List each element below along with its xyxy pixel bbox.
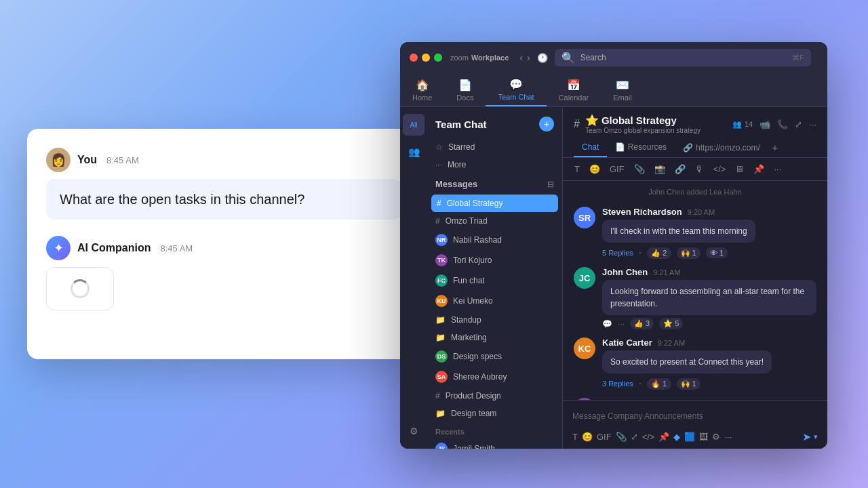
- input-img-icon[interactable]: 🖼: [699, 432, 708, 442]
- reaction-clap[interactable]: 🙌 1: [677, 247, 701, 259]
- channel-item-design-team[interactable]: 📁 Design team: [427, 405, 562, 422]
- message-group-steven: SR Steven Richardson 9:20 AM I'll check …: [574, 207, 816, 259]
- channel-item-jamil-smith[interactable]: JS Jamil Smith: [427, 439, 562, 449]
- user-name: You: [77, 154, 97, 166]
- input-expand-icon[interactable]: ⤢: [631, 432, 638, 442]
- filter-icon[interactable]: ⊟: [547, 180, 554, 189]
- channel-more[interactable]: ··· More: [427, 156, 562, 174]
- add-tab-button[interactable]: +: [768, 142, 782, 153]
- reaction-fire-katie[interactable]: 🔥 1: [647, 378, 671, 390]
- screen-icon[interactable]: 🖥: [733, 162, 746, 176]
- channel-label: Standup: [451, 315, 481, 325]
- channel-item-nabil-rashad[interactable]: NR Nabil Rashad: [427, 230, 562, 250]
- link-icon: 🔗: [683, 143, 693, 152]
- msg-time-katie: 9:22 AM: [658, 339, 685, 347]
- back-arrow[interactable]: ‹: [519, 52, 523, 63]
- sidebar-all-icon[interactable]: All: [403, 114, 425, 136]
- sidebar-dms-icon[interactable]: 👥: [403, 141, 425, 163]
- chat-input-placeholder[interactable]: Message Company Announcements: [572, 406, 818, 426]
- more-options-icon[interactable]: ···: [809, 119, 816, 129]
- input-app-icon[interactable]: 🟦: [684, 432, 695, 442]
- channel-item-sheree-aubrey[interactable]: SA Sheree Aubrey: [427, 367, 562, 387]
- reaction-star[interactable]: ⭐ 5: [659, 318, 683, 329]
- msg-author-steven: Steven Richardson: [602, 207, 682, 217]
- chat-title: # ⭐ Global Strategy Team Omzo global exp…: [574, 114, 701, 134]
- nav-team-chat[interactable]: 💬 Team Chat: [486, 73, 546, 106]
- tab-chat[interactable]: Chat: [574, 138, 607, 157]
- audio-icon[interactable]: 🎙: [693, 162, 706, 176]
- close-button[interactable]: [410, 54, 418, 62]
- docs-icon: 📄: [458, 79, 472, 92]
- msg-author-john: John Chen: [602, 267, 648, 277]
- channel-item-omzo-triad[interactable]: # Omzo Triad: [427, 212, 562, 230]
- attachment-icon[interactable]: 📎: [632, 162, 647, 176]
- code-icon[interactable]: </>: [711, 162, 728, 176]
- channel-list-scroll[interactable]: # Global Strategy # Omzo Triad NR Nabil …: [427, 195, 562, 449]
- input-blue-icon[interactable]: ◆: [673, 432, 680, 442]
- loading-spinner: [71, 279, 90, 298]
- video-icon[interactable]: 📹: [760, 119, 770, 129]
- input-pin-icon[interactable]: 📌: [658, 432, 669, 442]
- emoji-icon[interactable]: 😊: [587, 162, 602, 176]
- search-bar[interactable]: 🔍 Search ⌘F: [555, 49, 811, 66]
- channel-item-kei-umeko[interactable]: KU Kei Umeko: [427, 291, 562, 311]
- send-icon[interactable]: ➤: [802, 430, 811, 443]
- nav-docs[interactable]: 📄 Docs: [444, 73, 486, 106]
- input-emoji-icon[interactable]: 😊: [582, 432, 593, 442]
- channel-item-product-design[interactable]: # Product Design: [427, 387, 562, 405]
- msg-actions-john: 💬 ··· 👍 3 ⭐ 5: [602, 318, 816, 329]
- channel-starred[interactable]: ☆ Starred: [427, 138, 562, 156]
- phone-icon[interactable]: 📞: [777, 119, 788, 129]
- text-format-icon[interactable]: T: [572, 162, 582, 176]
- channel-item-standup[interactable]: 📁 Standup: [427, 311, 562, 329]
- send-button-group: ➤ ▾: [802, 430, 818, 443]
- tab-resources[interactable]: 📄 Resources: [607, 138, 675, 157]
- reaction-fire[interactable]: 👍 3: [630, 318, 654, 329]
- members-count-value: 14: [745, 120, 753, 128]
- dot-sep: ·: [639, 378, 642, 390]
- channel-item-design-specs[interactable]: DS Design specs: [427, 346, 562, 367]
- more-tools-icon[interactable]: ···: [772, 162, 783, 176]
- minimize-button[interactable]: [422, 54, 430, 62]
- messages-section-header: Messages ⊟: [427, 174, 562, 195]
- nav-docs-label: Docs: [456, 94, 473, 102]
- tab-link[interactable]: 🔗 https://omzo.com/: [675, 139, 768, 157]
- history-icon[interactable]: 🕐: [537, 53, 548, 63]
- input-text-icon[interactable]: T: [572, 432, 578, 442]
- messages-area[interactable]: SR Steven Richardson 9:20 AM I'll check …: [563, 200, 827, 400]
- nav-email[interactable]: ✉️ Email: [601, 73, 644, 106]
- email-icon: ✉️: [616, 79, 629, 92]
- channel-item-tori-kojuro[interactable]: TK Tori Kojuro: [427, 250, 562, 270]
- expand-icon[interactable]: ⤢: [795, 119, 802, 129]
- msg-content-katie: Katie Carter 9:22 AM So excited to prese…: [602, 338, 816, 390]
- replies-steven[interactable]: 5 Replies: [602, 249, 633, 257]
- input-gif-icon[interactable]: GIF: [597, 432, 612, 442]
- action-more[interactable]: ···: [618, 319, 625, 329]
- pin-icon[interactable]: 📌: [751, 162, 766, 176]
- input-code-icon[interactable]: </>: [642, 432, 655, 442]
- channel-item-global-strategy[interactable]: # Global Strategy: [431, 195, 558, 212]
- maximize-button[interactable]: [434, 54, 442, 62]
- replies-katie[interactable]: 3 Replies: [602, 380, 633, 388]
- add-channel-button[interactable]: +: [539, 117, 554, 131]
- reaction-clap-katie[interactable]: 🙌 1: [677, 378, 701, 390]
- nav-calendar[interactable]: 📅 Calendar: [547, 73, 601, 106]
- reaction-eye[interactable]: 👁 1: [706, 247, 728, 258]
- send-dropdown[interactable]: ▾: [814, 432, 818, 441]
- action-comment[interactable]: 💬: [602, 319, 612, 329]
- sidebar-settings-icon[interactable]: ⚙: [403, 420, 425, 442]
- screenshot-icon[interactable]: 📸: [652, 162, 667, 176]
- forward-arrow[interactable]: ›: [527, 52, 530, 63]
- reaction-thumbs[interactable]: 👍 2: [647, 247, 671, 259]
- zoom-app-window: zoom Workplace ‹ › 🕐 🔍 Search ⌘F 🏠 Home …: [400, 42, 827, 449]
- title-bar: zoom Workplace ‹ › 🕐 🔍 Search ⌘F: [400, 42, 827, 73]
- channel-item-marketing[interactable]: 📁 Marketing: [427, 329, 562, 346]
- link2-icon[interactable]: 🔗: [673, 162, 688, 176]
- input-gear-icon[interactable]: ⚙: [712, 432, 720, 442]
- calendar-icon: 📅: [567, 79, 580, 92]
- input-more-icon[interactable]: ···: [724, 432, 732, 442]
- input-attachment-icon[interactable]: 📎: [616, 432, 627, 442]
- nav-home[interactable]: 🏠 Home: [400, 73, 444, 106]
- channel-item-fun-chat[interactable]: FC Fun chat: [427, 270, 562, 291]
- gif-icon[interactable]: GIF: [608, 162, 627, 176]
